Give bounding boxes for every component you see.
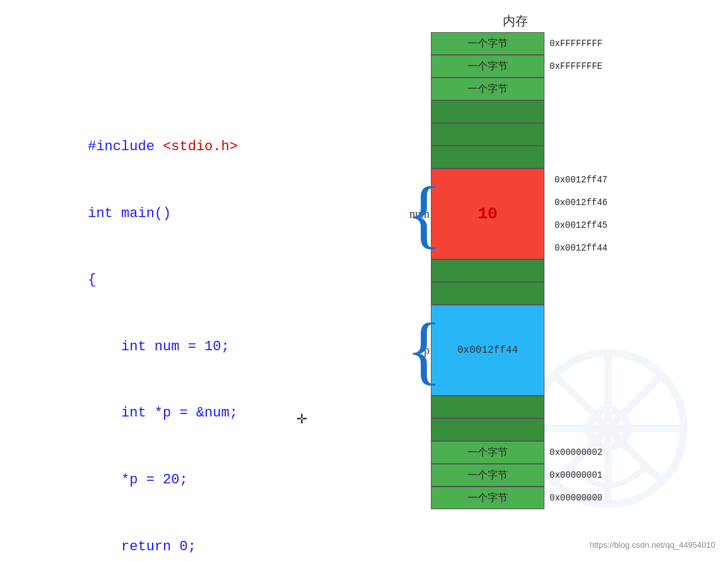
mem-row-dg5	[393, 282, 633, 305]
mem-addr-fff: 0xFFFFFFFF	[544, 32, 633, 55]
memory-section: 内存 一个字节 0xFFFFFFFF 一个字节 0xFFFFFFFE	[303, 0, 728, 509]
mem-addr-dg5	[544, 282, 633, 305]
mem-cell-ffe: 一个字节	[431, 55, 544, 78]
code-line-2: int main()	[38, 180, 290, 247]
return-stmt: return 0;	[121, 539, 196, 555]
num-brace-icon: {	[406, 176, 442, 252]
mem-addr-dg6	[544, 396, 633, 418]
mem-cell-dg2	[431, 123, 544, 146]
mem-row-ffd: 一个字节	[393, 78, 633, 100]
mem-row-dg3	[393, 146, 633, 168]
mem-addr-002: 0x00000002	[544, 441, 633, 464]
p-value-cell: 0x0012ff44	[431, 305, 544, 396]
indent3	[88, 472, 121, 488]
mem-row-ffe: 一个字节 0xFFFFFFFE	[393, 55, 633, 78]
code-line-1: #include <stdio.h>	[38, 114, 290, 180]
num-value-text: 10	[478, 204, 497, 223]
code-section: #include <stdio.h> int main() { int num …	[0, 88, 303, 561]
include-keyword: #include	[88, 139, 163, 155]
mem-cell-dg5	[431, 282, 544, 305]
num-decl: num = 10;	[155, 339, 230, 355]
indent4	[88, 539, 121, 555]
num-addr-1: 0x0012ff46	[549, 191, 638, 214]
mem-cell-002: 一个字节	[431, 441, 544, 464]
mem-cell-dg1	[431, 100, 544, 123]
p-decl: *p = &num;	[155, 405, 238, 421]
mem-cell-dg3	[431, 146, 544, 168]
int-keyword-3: int	[121, 405, 155, 421]
mem-row-dg4	[393, 259, 633, 282]
code-line-3: {	[38, 247, 290, 314]
p-addr-2	[549, 350, 638, 373]
p-addr-1	[549, 328, 638, 350]
p-addr-3	[549, 373, 638, 396]
mem-addr-dg4	[544, 259, 633, 282]
mem-row-dg2	[393, 123, 633, 146]
mem-addr-ffe: 0xFFFFFFFE	[544, 55, 633, 78]
mem-addr-dg1	[544, 100, 633, 123]
include-header: <stdio.h>	[163, 139, 238, 155]
mem-cell-000: 一个字节	[431, 487, 544, 509]
indent2	[88, 405, 121, 421]
code-line-7: return 0;	[38, 513, 290, 561]
mem-addr-dg7	[544, 418, 633, 441]
num-addr-0: 0x0012ff47	[549, 168, 638, 191]
mem-addr-ffd	[544, 78, 633, 100]
url-label: https://blog.csdn.net/qq_44954010	[590, 540, 716, 550]
mem-cell-001: 一个字节	[431, 464, 544, 487]
int-keyword-2: int	[121, 339, 155, 355]
mem-cell-dg4	[431, 259, 544, 282]
mem-row-002: 一个字节 0x00000002	[393, 441, 633, 464]
mem-row-000: 一个字节 0x00000000	[393, 487, 633, 509]
mem-cell-ffd: 一个字节	[431, 78, 544, 100]
code-line-6: *p = 20;	[38, 447, 290, 514]
memory-title: 内存	[503, 13, 528, 30]
memory-diagram: 内存 一个字节 0xFFFFFFFF 一个字节 0xFFFFFFFE	[393, 13, 638, 509]
num-addr-2: 0x0012ff45	[549, 214, 638, 237]
indent1	[88, 339, 121, 355]
p-addr-0	[549, 305, 638, 328]
mem-addr-001: 0x00000001	[544, 464, 633, 487]
p-value-text: 0x0012ff44	[457, 345, 518, 356]
mem-row-fff: 一个字节 0xFFFFFFFF	[393, 32, 633, 55]
mem-addr-dg2	[544, 123, 633, 146]
num-addr-3: 0x0012ff44	[549, 237, 638, 259]
code-line-5: int *p = &num;	[38, 380, 290, 447]
cursor-cross: ✛	[296, 407, 307, 428]
p-brace-icon: {	[406, 312, 442, 388]
mem-row-dg1	[393, 100, 633, 123]
code-line-4: int num = 10;	[38, 314, 290, 381]
mem-addr-000: 0x00000000	[544, 487, 633, 509]
int-keyword: int	[88, 206, 121, 221]
mem-addr-dg3	[544, 146, 633, 168]
open-brace: {	[88, 272, 96, 288]
mem-row-001: 一个字节 0x00000001	[393, 464, 633, 487]
mem-cell-fff: 一个字节	[431, 32, 544, 55]
mem-row-dg7	[393, 418, 633, 441]
main-func: main()	[121, 206, 171, 221]
mem-cell-dg6	[431, 396, 544, 418]
mem-row-dg6	[393, 396, 633, 418]
deref-assign: *p = 20;	[121, 472, 188, 488]
mem-cell-dg7	[431, 418, 544, 441]
num-value-cell: 10	[431, 168, 544, 259]
main-container: #include <stdio.h> int main() { int num …	[0, 0, 728, 561]
